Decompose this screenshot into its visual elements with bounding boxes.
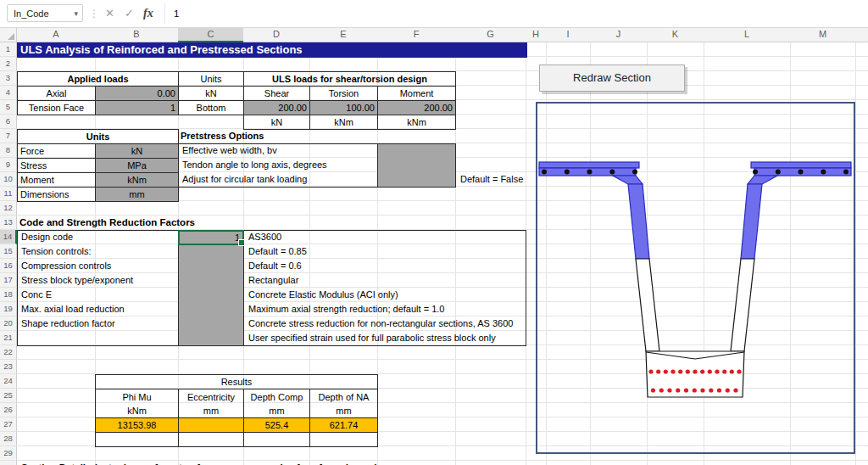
row-header-26[interactable]: 26	[0, 403, 17, 417]
code-factors-input-column[interactable]	[178, 230, 244, 346]
cell-tension-controls-label[interactable]: Tension controls:	[19, 244, 176, 260]
prestress-option-1[interactable]: Effective web width, bv	[180, 143, 375, 159]
results-header[interactable]: Results	[95, 374, 378, 389]
desc-tension-controls[interactable]: Default = 0.85	[246, 244, 309, 260]
results-col-phi-mu[interactable]: Phi Mu kNm	[95, 389, 179, 418]
units-col-header[interactable]: Units	[178, 71, 244, 87]
row-header-29[interactable]: 29	[0, 446, 17, 461]
cell-axial-value[interactable]: 0.00	[95, 86, 179, 101]
desc-conc-e[interactable]: Concrete Elastic Modulus (ACI only)	[246, 288, 401, 303]
prestress-input-cell[interactable]	[377, 143, 456, 188]
cell-dimensions-label[interactable]: Dimensions	[17, 187, 96, 202]
col-header-j[interactable]: J	[590, 27, 648, 42]
cell-stress-unit[interactable]: MPa	[95, 158, 179, 173]
row-header-9[interactable]: 9	[0, 158, 17, 172]
uls-torsion-unit[interactable]: kNm	[309, 115, 378, 130]
row-header-6[interactable]: 6	[0, 115, 17, 129]
cell-stress-label[interactable]: Stress	[17, 158, 96, 173]
cell-design-code-label[interactable]: Design code	[19, 230, 176, 245]
prestress-header[interactable]: Pretstress Options	[178, 129, 348, 144]
row-header-23[interactable]: 23	[0, 360, 17, 374]
cell-force-unit[interactable]: kN	[95, 143, 179, 159]
insert-function-icon[interactable]: fx	[143, 5, 153, 22]
row-header-12[interactable]: 12	[0, 201, 17, 216]
select-all-button[interactable]	[0, 27, 17, 42]
result-phi-mu-value[interactable]: 13153.98	[95, 417, 179, 433]
row-header-3[interactable]: 3	[0, 71, 17, 86]
row-header-7[interactable]: 7	[0, 129, 17, 143]
cell-moment-label[interactable]: Moment	[17, 172, 96, 188]
row-header-18[interactable]: 18	[0, 288, 17, 302]
desc-user-strain[interactable]: User specified strain used for full para…	[246, 331, 498, 346]
prestress-option-3[interactable]: Adjust for circular tank loading	[180, 172, 375, 188]
desc-compression-controls[interactable]: Default = 0.6	[246, 259, 304, 274]
redraw-section-button[interactable]: Redraw Section	[539, 64, 685, 92]
uls-loads-header[interactable]: ULS loads for shear/torsion design	[243, 71, 456, 87]
uls-col-shear[interactable]: Shear	[243, 86, 310, 101]
col-header-f[interactable]: F	[377, 27, 456, 42]
cell-dimensions-unit[interactable]: mm	[95, 187, 179, 202]
result-depth-na-value[interactable]: 621.74	[309, 417, 378, 433]
chevron-down-icon[interactable]: ▾	[74, 5, 78, 23]
cell-tension-face-value[interactable]: 1	[95, 100, 179, 115]
row-header-17[interactable]: 17	[0, 273, 17, 288]
prestress-option-2[interactable]: Tendon angle to long axis, degrees	[180, 158, 375, 173]
uls-col-moment[interactable]: Moment	[377, 86, 456, 101]
results-empty-cell[interactable]	[309, 432, 378, 447]
uls-moment-value[interactable]: 200.00	[377, 100, 456, 115]
cell-compression-controls-label[interactable]: Compression controls	[19, 259, 176, 274]
col-header-h[interactable]: H	[526, 27, 547, 42]
row-header-13[interactable]: 13	[0, 216, 17, 230]
row-header-14[interactable]: 14	[0, 230, 17, 244]
uls-moment-unit[interactable]: kNm	[377, 115, 456, 130]
col-header-c[interactable]: C	[178, 27, 244, 42]
row-header-20[interactable]: 20	[0, 317, 17, 331]
results-col-depth-na[interactable]: Depth of NA mm	[309, 389, 378, 418]
result-eccentricity-value[interactable]	[178, 417, 244, 433]
cell-axial-unit[interactable]: kN	[178, 86, 244, 101]
col-header-e[interactable]: E	[309, 27, 378, 42]
col-header-m[interactable]: M	[790, 27, 856, 42]
desc-shape-reduction[interactable]: Concrete stress reduction for non-rectan…	[246, 317, 515, 332]
row-header-30[interactable]: 30	[0, 461, 17, 465]
row-header-10[interactable]: 10	[0, 172, 17, 187]
results-col-depth-comp[interactable]: Depth Comp mm	[243, 389, 310, 418]
selected-cell-c14[interactable]: 1	[178, 230, 244, 245]
col-header-b[interactable]: B	[95, 27, 179, 42]
results-col-eccentricity[interactable]: Eccentricity mm	[178, 389, 244, 418]
results-empty-cell[interactable]	[178, 432, 244, 447]
col-header-k[interactable]: K	[647, 27, 704, 42]
prestress-note[interactable]: Default = False	[458, 172, 527, 188]
row-header-1[interactable]: 1	[0, 42, 17, 57]
applied-loads-header[interactable]: Applied loads	[17, 71, 179, 87]
row-header-24[interactable]: 24	[0, 374, 17, 389]
col-header-g[interactable]: G	[455, 27, 526, 42]
cell-conc-e-label[interactable]: Conc E	[19, 288, 176, 303]
cell-tension-face-label[interactable]: Tension Face	[17, 100, 96, 115]
cell-force-label[interactable]: Force	[17, 143, 96, 159]
row-header-28[interactable]: 28	[0, 432, 17, 446]
col-header-d[interactable]: D	[243, 27, 310, 42]
units-table-header[interactable]: Units	[17, 129, 179, 144]
uls-shear-value[interactable]: 200.00	[243, 100, 310, 115]
uls-shear-unit[interactable]: kN	[243, 115, 310, 130]
results-empty-cell[interactable]	[243, 432, 310, 447]
more-options-icon[interactable]: ⋮	[89, 5, 99, 22]
results-empty-cell[interactable]	[95, 432, 179, 447]
col-header-l[interactable]: L	[704, 27, 791, 42]
row-header-16[interactable]: 16	[0, 259, 17, 273]
result-depth-comp-value[interactable]: 525.4	[243, 417, 310, 433]
row-header-8[interactable]: 8	[0, 143, 17, 158]
row-header-27[interactable]: 27	[0, 417, 17, 432]
formula-input[interactable]: 1	[174, 5, 179, 22]
cancel-icon[interactable]: ✕	[105, 5, 114, 22]
cell-moment-unit[interactable]: kNm	[95, 172, 179, 188]
row-header-22[interactable]: 22	[0, 345, 17, 360]
row-header-5[interactable]: 5	[0, 100, 17, 115]
fill-handle[interactable]	[238, 239, 245, 246]
col-header-a[interactable]: A	[17, 27, 96, 42]
cell-max-axial-label[interactable]: Max. axial load reduction	[19, 302, 176, 317]
uls-torsion-value[interactable]: 100.00	[309, 100, 378, 115]
name-box[interactable]: In_Code ▾	[7, 4, 83, 22]
desc-max-axial[interactable]: Maximum axial strength reduction; defaul…	[246, 302, 447, 317]
